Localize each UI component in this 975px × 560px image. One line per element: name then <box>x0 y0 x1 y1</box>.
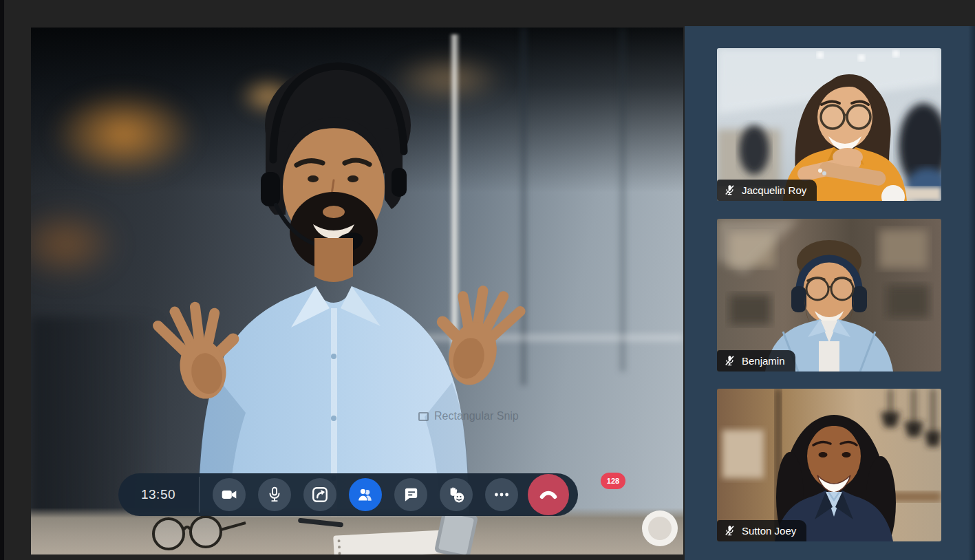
video-camera-icon <box>220 486 238 504</box>
snip-icon <box>418 412 429 421</box>
participant-tile-benjamin[interactable]: Benjamin <box>717 219 941 371</box>
window-edge <box>0 0 4 560</box>
ellipsis-icon <box>493 486 511 504</box>
participant-name-label: Sutton Joey <box>717 520 806 541</box>
microphone-button[interactable] <box>258 478 291 511</box>
participants-count-badge: 128 <box>601 473 625 489</box>
participant-video-sutton <box>717 389 941 541</box>
participant-name-label: Benjamin <box>717 350 795 371</box>
participants-sidebar: Jacquelin Roy <box>685 26 975 560</box>
participant-tile-jacquelin-roy[interactable]: Jacquelin Roy <box>717 48 941 201</box>
sidebar-edge-shadow <box>968 26 975 560</box>
mic-muted-icon <box>724 525 736 537</box>
participant-name: Benjamin <box>742 355 785 367</box>
participant-tile-sutton-joey[interactable]: Sutton Joey <box>717 389 941 541</box>
divider <box>199 477 200 513</box>
mic-muted-icon <box>724 355 736 367</box>
microphone-icon <box>266 486 283 504</box>
hang-up-button[interactable] <box>528 474 569 515</box>
participant-video-benjamin <box>717 219 941 371</box>
rectangular-snip-overlay: Rectangular Snip <box>418 410 519 422</box>
participant-name: Sutton Joey <box>742 525 796 537</box>
reactions-button[interactable] <box>440 478 473 511</box>
call-clock: 13:50 <box>118 473 198 516</box>
main-speaker-video: Rectangular Snip 13:50 <box>31 28 683 554</box>
snip-label: Rectangular Snip <box>434 410 519 422</box>
participants-button[interactable]: 128 <box>349 478 382 511</box>
participant-name-label: Jacquelin Roy <box>717 180 817 201</box>
participant-video-jacquelin <box>717 48 941 201</box>
chat-button[interactable] <box>394 478 427 511</box>
more-options-button[interactable] <box>485 478 518 511</box>
participant-name: Jacquelin Roy <box>742 184 806 196</box>
phone-hangup-icon <box>538 484 559 505</box>
raised-hand-smiley-icon <box>447 485 466 504</box>
meeting-window: Rectangular Snip 13:50 <box>0 0 975 560</box>
share-screen-button[interactable] <box>303 478 336 511</box>
share-arrow-icon <box>311 486 329 504</box>
participants-icon <box>356 485 375 504</box>
mic-muted-icon <box>724 184 736 196</box>
camera-button[interactable] <box>213 478 246 511</box>
call-control-bar: 13:50 <box>118 473 578 516</box>
chat-bubble-icon <box>402 486 420 504</box>
